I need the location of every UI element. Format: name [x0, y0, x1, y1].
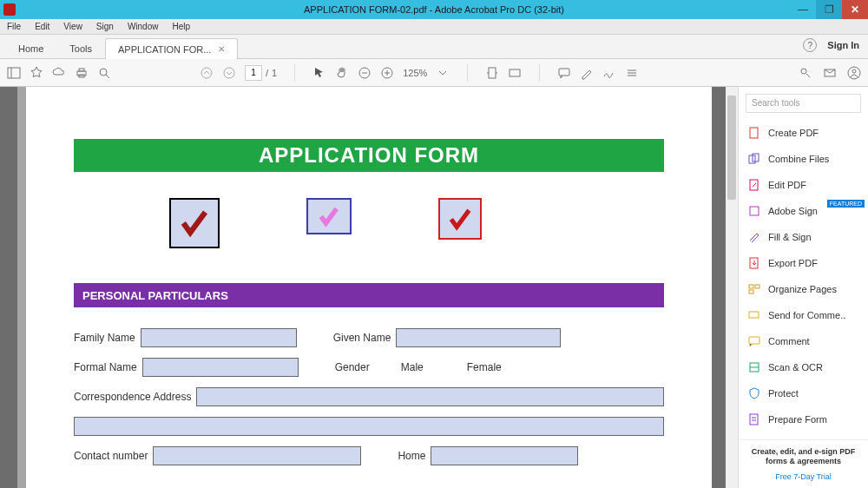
tool-label: Create PDF	[768, 128, 819, 138]
svg-rect-31	[749, 337, 760, 344]
promo-trial-link[interactable]: Free 7-Day Trial	[746, 472, 861, 481]
zoom-in-icon[interactable]	[380, 66, 394, 80]
document-area: ▸ APPLICATION FORM PERSONAL PARTICULARS	[0, 87, 738, 488]
tool-export-pdf[interactable]: Export PDF	[739, 250, 868, 276]
svg-line-6	[106, 75, 109, 78]
tool-label: Combine Files	[768, 154, 829, 164]
checkbox-sample-2[interactable]	[306, 198, 352, 234]
menu-edit[interactable]: Edit	[31, 21, 53, 32]
tool-prepare-form[interactable]: Prepare Form	[739, 406, 868, 432]
tab-tools[interactable]: Tools	[56, 37, 105, 58]
field-home[interactable]	[431, 446, 578, 465]
comment-icon[interactable]	[557, 66, 571, 80]
svg-rect-30	[749, 312, 759, 318]
zoom-level[interactable]: 125%	[403, 68, 427, 78]
scrollbar[interactable]	[726, 87, 738, 488]
label-gender: Gender	[335, 361, 370, 373]
promo-text: Create, edit, and e-sign PDF forms & agr…	[746, 447, 861, 467]
maximize-button[interactable]: ❐	[816, 0, 842, 19]
section-personal: PERSONAL PARTICULARS	[74, 283, 664, 307]
checkbox-sample-1[interactable]	[169, 198, 220, 248]
hand-icon[interactable]	[335, 66, 349, 80]
field-address-2[interactable]	[74, 417, 664, 436]
label-family: Family Name	[74, 332, 135, 344]
label-given: Given Name	[333, 332, 391, 344]
scan-icon	[747, 360, 761, 374]
label-formal: Formal Name	[74, 361, 137, 373]
cloud-icon[interactable]	[52, 66, 66, 80]
menu-view[interactable]: View	[60, 21, 86, 32]
tool-organize[interactable]: Organize Pages	[739, 276, 868, 302]
chevron-down-icon[interactable]	[436, 66, 450, 80]
menu-sign[interactable]: Sign	[93, 21, 117, 32]
page-input[interactable]	[245, 65, 262, 81]
pointer-icon[interactable]	[312, 66, 326, 80]
tabbar: Home Tools APPLICATION FOR... ✕ ? Sign I…	[0, 35, 868, 59]
field-family[interactable]	[141, 328, 297, 347]
svg-rect-34	[750, 414, 758, 425]
svg-rect-16	[559, 69, 569, 76]
tool-label: Scan & OCR	[768, 362, 823, 373]
tool-edit-pdf[interactable]: Edit PDF	[739, 172, 868, 198]
tab-home-label: Home	[18, 43, 43, 54]
search-tools-input[interactable]: Search tools	[746, 94, 861, 113]
separator	[294, 64, 295, 82]
print-icon[interactable]	[75, 66, 89, 80]
minimize-button[interactable]: —	[790, 0, 816, 19]
page-sep: /	[266, 68, 268, 78]
signin-link[interactable]: Sign In	[827, 40, 859, 50]
option-male[interactable]: Male	[401, 361, 424, 373]
field-contact[interactable]	[153, 446, 361, 465]
app-icon	[3, 3, 16, 16]
checkbox-sample-3[interactable]	[438, 198, 482, 240]
tool-adobe-sign[interactable]: Adobe SignFEATURED	[739, 198, 868, 224]
star-icon[interactable]	[30, 66, 43, 80]
svg-rect-21	[750, 128, 758, 138]
svg-rect-14	[489, 68, 496, 78]
stamp-icon[interactable]	[799, 66, 812, 80]
menu-window[interactable]: Window	[124, 21, 162, 32]
sign-icon[interactable]	[602, 66, 616, 80]
menu-file[interactable]: File	[3, 21, 24, 32]
tab-document[interactable]: APPLICATION FOR... ✕	[105, 38, 238, 59]
profile-icon[interactable]	[847, 66, 861, 80]
window-controls: — ❐ ✕	[790, 0, 868, 19]
tool-scan-ocr[interactable]: Scan & OCR	[739, 354, 868, 380]
page-up-icon[interactable]	[200, 66, 214, 80]
highlight-icon[interactable]	[580, 66, 594, 80]
more-tools-icon[interactable]	[625, 66, 639, 80]
label-address: Correspondence Address	[74, 391, 191, 403]
zoom-out-icon[interactable]	[358, 66, 372, 80]
tool-label: Comment	[768, 336, 810, 346]
tool-label: Send for Comme..	[768, 310, 845, 320]
menu-help[interactable]: Help	[168, 21, 194, 32]
svg-rect-0	[8, 68, 20, 78]
page-down-icon[interactable]	[222, 66, 236, 80]
close-button[interactable]: ✕	[842, 0, 868, 19]
tool-protect[interactable]: Protect	[739, 380, 868, 406]
tool-comment[interactable]: Comment	[739, 328, 868, 354]
help-icon[interactable]: ?	[803, 38, 817, 52]
mail-icon[interactable]	[823, 66, 837, 80]
tool-label: Prepare Form	[768, 414, 827, 425]
separator	[539, 64, 540, 82]
toolbar: / 1 125%	[0, 59, 868, 87]
tab-home[interactable]: Home	[5, 37, 56, 58]
comment-tool-icon	[747, 334, 761, 348]
field-given[interactable]	[396, 328, 561, 347]
option-female[interactable]: Female	[467, 361, 502, 373]
field-formal[interactable]	[142, 358, 299, 377]
tool-combine[interactable]: Combine Files	[739, 146, 868, 172]
sidebar-toggle-icon[interactable]	[7, 66, 21, 80]
scrollbar-thumb[interactable]	[727, 96, 736, 200]
tool-send-comments[interactable]: Send for Comme..	[739, 302, 868, 328]
tab-close-icon[interactable]: ✕	[218, 44, 225, 54]
search-icon[interactable]	[97, 66, 111, 80]
tab-document-label: APPLICATION FOR...	[118, 44, 211, 55]
field-address-1[interactable]	[196, 387, 664, 406]
fit-width-icon[interactable]	[485, 66, 499, 80]
fit-page-icon[interactable]	[508, 66, 522, 80]
tool-fill-sign[interactable]: Fill & Sign	[739, 224, 868, 250]
svg-point-7	[201, 68, 212, 78]
tool-create-pdf[interactable]: Create PDF	[739, 120, 868, 146]
